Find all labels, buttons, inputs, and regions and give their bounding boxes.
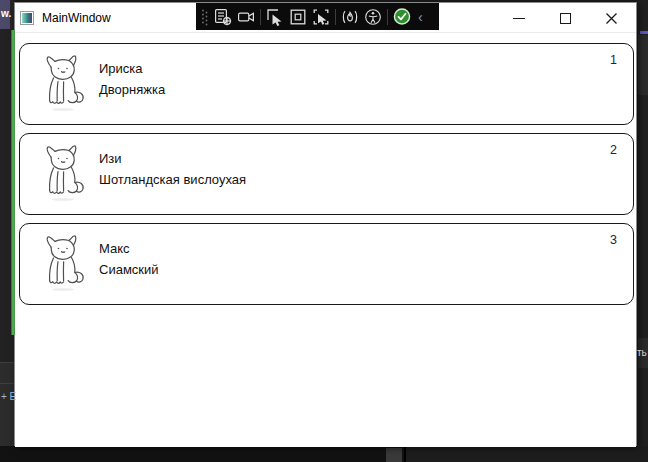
- list-item-cat-2[interactable]: Изи Шотландская вислоухая 2: [19, 133, 634, 215]
- toolbar-separator: [335, 9, 336, 25]
- screen-capture-icon[interactable]: [237, 8, 255, 26]
- list-item-cat-3[interactable]: Макс Сиамский 3: [19, 223, 634, 305]
- ide-background-right-block: [638, 35, 648, 95]
- select-element-icon[interactable]: [266, 8, 284, 26]
- track-focused-element-icon[interactable]: [312, 8, 330, 26]
- close-button[interactable]: [588, 3, 634, 33]
- cat-image: [39, 53, 89, 113]
- maximize-icon: [560, 13, 571, 24]
- main-window: MainWindow: [14, 2, 637, 446]
- cat-image: [39, 233, 89, 293]
- list-item-cat-1[interactable]: Ириска Дворняжка 1: [19, 43, 634, 125]
- debug-toolbar: ‹: [196, 3, 439, 30]
- window-controls: [496, 3, 634, 33]
- background-text-fragment: ть: [637, 347, 647, 358]
- toolbar-separator: [260, 9, 261, 25]
- cat-list: Ириска Дворняжка 1: [15, 34, 636, 447]
- background-text-fragment: w.: [1, 8, 11, 19]
- cat-number: 2: [610, 143, 617, 157]
- minimize-icon: [513, 18, 525, 19]
- ide-divider: [0, 362, 14, 363]
- cat-breed: Сиамский: [99, 259, 159, 280]
- hot-reload-icon[interactable]: [341, 8, 359, 26]
- cat-name: Макс: [99, 238, 159, 259]
- cat-breed: Дворняжка: [99, 79, 165, 100]
- cat-name: Ириска: [99, 58, 165, 79]
- taskbar-item: [386, 448, 402, 462]
- window-title: MainWindow: [42, 11, 111, 25]
- live-visual-tree-icon[interactable]: [214, 8, 232, 26]
- app-icon: [20, 11, 34, 25]
- grip-handle[interactable]: [201, 8, 209, 26]
- editor-change-margin: [11, 30, 15, 335]
- cat-name: Изи: [99, 148, 246, 169]
- toolbar-separator: [387, 9, 388, 25]
- maximize-button[interactable]: [542, 3, 588, 33]
- app-icon-art: [22, 13, 32, 23]
- hot-reload-status-icon[interactable]: [393, 8, 411, 26]
- ide-divider: [0, 383, 14, 384]
- cat-number: 1: [610, 53, 617, 67]
- taskbar-strip-right: [406, 446, 648, 462]
- ide-purple-line: [640, 31, 648, 34]
- cat-number: 3: [610, 233, 617, 247]
- screen: w. + Е ть MainWindow: [0, 0, 648, 462]
- background-text-fragment: + Е: [1, 391, 16, 402]
- minimize-button[interactable]: [496, 3, 542, 33]
- accessibility-checker-icon[interactable]: [364, 8, 382, 26]
- cat-image: [39, 143, 89, 203]
- cat-breed: Шотландская вислоухая: [99, 169, 246, 190]
- collapse-chevron-icon[interactable]: ‹: [416, 10, 423, 24]
- close-icon: [605, 12, 618, 25]
- display-layout-adorners-icon[interactable]: [289, 8, 307, 26]
